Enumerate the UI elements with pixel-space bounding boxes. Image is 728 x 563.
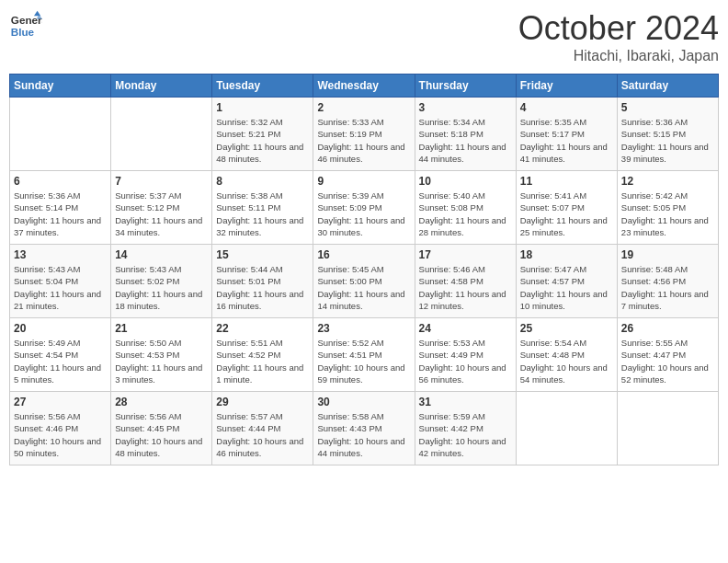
day-detail: Sunrise: 5:55 AM Sunset: 4:47 PM Dayligh… [621,337,714,385]
day-detail: Sunrise: 5:42 AM Sunset: 5:05 PM Dayligh… [621,190,714,238]
calendar-cell: 25Sunrise: 5:54 AM Sunset: 4:48 PM Dayli… [516,318,617,392]
day-number: 11 [520,175,613,188]
calendar-cell: 27Sunrise: 5:56 AM Sunset: 4:46 PM Dayli… [10,392,111,465]
location-title: Hitachi, Ibaraki, Japan [518,48,719,64]
day-number: 12 [621,175,714,188]
day-number: 30 [317,396,410,408]
calendar-header: SundayMondayTuesdayWednesdayThursdayFrid… [10,75,719,98]
day-detail: Sunrise: 5:33 AM Sunset: 5:19 PM Dayligh… [317,116,410,165]
calendar-cell: 11Sunrise: 5:41 AM Sunset: 5:07 PM Dayli… [516,171,617,245]
day-detail: Sunrise: 5:51 AM Sunset: 4:52 PM Dayligh… [216,337,309,385]
day-detail: Sunrise: 5:37 AM Sunset: 5:12 PM Dayligh… [115,190,208,238]
day-detail: Sunrise: 5:40 AM Sunset: 5:08 PM Dayligh… [419,190,512,238]
calendar-cell: 30Sunrise: 5:58 AM Sunset: 4:43 PM Dayli… [313,392,415,465]
calendar-cell: 15Sunrise: 5:44 AM Sunset: 5:01 PM Dayli… [212,245,313,318]
day-number: 13 [14,248,107,261]
weekday-header-sunday: Sunday [10,75,111,98]
calendar-cell: 3Sunrise: 5:34 AM Sunset: 5:18 PM Daylig… [415,98,516,171]
day-detail: Sunrise: 5:48 AM Sunset: 4:56 PM Dayligh… [621,263,714,312]
logo: General Blue [9,9,42,42]
weekday-header-monday: Monday [111,75,212,98]
calendar-cell: 4Sunrise: 5:35 AM Sunset: 5:17 PM Daylig… [516,98,617,171]
day-number: 8 [216,175,309,188]
day-number: 26 [621,322,714,335]
weekday-header-row: SundayMondayTuesdayWednesdayThursdayFrid… [10,75,719,98]
calendar-cell [111,98,212,171]
calendar-week-1: 1Sunrise: 5:32 AM Sunset: 5:21 PM Daylig… [10,98,719,171]
day-number: 16 [317,248,410,261]
day-detail: Sunrise: 5:35 AM Sunset: 5:17 PM Dayligh… [520,116,613,165]
day-number: 27 [14,396,107,408]
day-detail: Sunrise: 5:56 AM Sunset: 4:45 PM Dayligh… [115,410,208,459]
day-detail: Sunrise: 5:38 AM Sunset: 5:11 PM Dayligh… [216,190,309,238]
day-number: 14 [115,248,208,261]
day-detail: Sunrise: 5:58 AM Sunset: 4:43 PM Dayligh… [317,410,410,459]
calendar-cell: 9Sunrise: 5:39 AM Sunset: 5:09 PM Daylig… [313,171,415,245]
calendar-cell: 2Sunrise: 5:33 AM Sunset: 5:19 PM Daylig… [313,98,415,171]
day-detail: Sunrise: 5:47 AM Sunset: 4:57 PM Dayligh… [520,263,613,312]
calendar-body: 1Sunrise: 5:32 AM Sunset: 5:21 PM Daylig… [10,98,719,465]
calendar-table: SundayMondayTuesdayWednesdayThursdayFrid… [9,74,719,465]
day-number: 21 [115,322,208,335]
day-number: 22 [216,322,309,335]
calendar-cell: 17Sunrise: 5:46 AM Sunset: 4:58 PM Dayli… [415,245,516,318]
calendar-cell: 20Sunrise: 5:49 AM Sunset: 4:54 PM Dayli… [10,318,111,392]
day-number: 10 [419,175,512,188]
calendar-week-3: 13Sunrise: 5:43 AM Sunset: 5:04 PM Dayli… [10,245,719,318]
day-detail: Sunrise: 5:36 AM Sunset: 5:14 PM Dayligh… [14,190,107,238]
day-detail: Sunrise: 5:36 AM Sunset: 5:15 PM Dayligh… [621,116,714,165]
month-title: October 2024 [518,9,719,48]
calendar-cell: 6Sunrise: 5:36 AM Sunset: 5:14 PM Daylig… [10,171,111,245]
weekday-header-saturday: Saturday [617,75,718,98]
page-header: General Blue October 2024 Hitachi, Ibara… [9,9,719,64]
calendar-cell: 7Sunrise: 5:37 AM Sunset: 5:12 PM Daylig… [111,171,212,245]
day-detail: Sunrise: 5:52 AM Sunset: 4:51 PM Dayligh… [317,337,410,385]
calendar-cell: 5Sunrise: 5:36 AM Sunset: 5:15 PM Daylig… [617,98,718,171]
svg-text:Blue: Blue [11,26,35,38]
day-detail: Sunrise: 5:39 AM Sunset: 5:09 PM Dayligh… [317,190,410,238]
day-number: 28 [115,396,208,408]
day-detail: Sunrise: 5:53 AM Sunset: 4:49 PM Dayligh… [419,337,512,385]
calendar-cell: 29Sunrise: 5:57 AM Sunset: 4:44 PM Dayli… [212,392,313,465]
calendar-cell [617,392,718,465]
day-detail: Sunrise: 5:34 AM Sunset: 5:18 PM Dayligh… [419,116,512,165]
calendar-cell: 8Sunrise: 5:38 AM Sunset: 5:11 PM Daylig… [212,171,313,245]
calendar-cell: 12Sunrise: 5:42 AM Sunset: 5:05 PM Dayli… [617,171,718,245]
calendar-cell: 1Sunrise: 5:32 AM Sunset: 5:21 PM Daylig… [212,98,313,171]
day-detail: Sunrise: 5:43 AM Sunset: 5:02 PM Dayligh… [115,263,208,312]
day-number: 29 [216,396,309,408]
day-detail: Sunrise: 5:59 AM Sunset: 4:42 PM Dayligh… [419,410,512,459]
day-number: 20 [14,322,107,335]
day-number: 4 [520,101,613,114]
day-number: 15 [216,248,309,261]
calendar-cell: 19Sunrise: 5:48 AM Sunset: 4:56 PM Dayli… [617,245,718,318]
day-detail: Sunrise: 5:41 AM Sunset: 5:07 PM Dayligh… [520,190,613,238]
day-detail: Sunrise: 5:45 AM Sunset: 5:00 PM Dayligh… [317,263,410,312]
title-block: October 2024 Hitachi, Ibaraki, Japan [518,9,719,64]
calendar-cell [10,98,111,171]
calendar-week-5: 27Sunrise: 5:56 AM Sunset: 4:46 PM Dayli… [10,392,719,465]
day-detail: Sunrise: 5:49 AM Sunset: 4:54 PM Dayligh… [14,337,107,385]
calendar-cell [516,392,617,465]
day-detail: Sunrise: 5:32 AM Sunset: 5:21 PM Dayligh… [216,116,309,165]
calendar-cell: 26Sunrise: 5:55 AM Sunset: 4:47 PM Dayli… [617,318,718,392]
day-detail: Sunrise: 5:54 AM Sunset: 4:48 PM Dayligh… [520,337,613,385]
calendar-cell: 16Sunrise: 5:45 AM Sunset: 5:00 PM Dayli… [313,245,415,318]
calendar-week-2: 6Sunrise: 5:36 AM Sunset: 5:14 PM Daylig… [10,171,719,245]
day-number: 9 [317,175,410,188]
day-detail: Sunrise: 5:46 AM Sunset: 4:58 PM Dayligh… [419,263,512,312]
weekday-header-tuesday: Tuesday [212,75,313,98]
day-detail: Sunrise: 5:57 AM Sunset: 4:44 PM Dayligh… [216,410,309,459]
calendar-cell: 21Sunrise: 5:50 AM Sunset: 4:53 PM Dayli… [111,318,212,392]
calendar-week-4: 20Sunrise: 5:49 AM Sunset: 4:54 PM Dayli… [10,318,719,392]
day-number: 1 [216,101,309,114]
calendar-cell: 14Sunrise: 5:43 AM Sunset: 5:02 PM Dayli… [111,245,212,318]
weekday-header-thursday: Thursday [415,75,516,98]
day-number: 6 [14,175,107,188]
day-number: 23 [317,322,410,335]
day-number: 24 [419,322,512,335]
day-number: 17 [419,248,512,261]
calendar-cell: 13Sunrise: 5:43 AM Sunset: 5:04 PM Dayli… [10,245,111,318]
calendar-cell: 18Sunrise: 5:47 AM Sunset: 4:57 PM Dayli… [516,245,617,318]
weekday-header-friday: Friday [516,75,617,98]
